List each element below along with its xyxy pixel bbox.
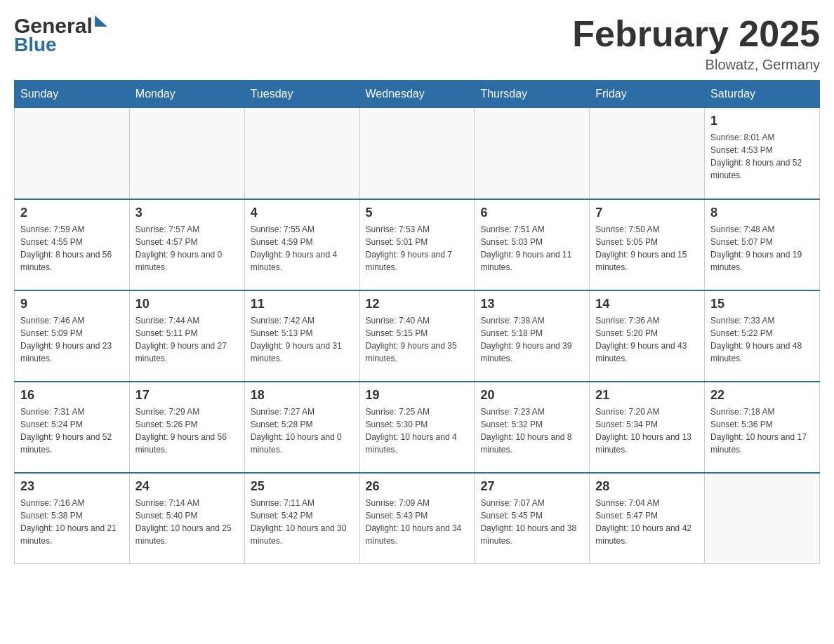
calendar-cell: 20Sunrise: 7:23 AMSunset: 5:32 PMDayligh… bbox=[475, 382, 590, 473]
day-info: Sunrise: 7:36 AMSunset: 5:20 PMDaylight:… bbox=[595, 314, 699, 365]
calendar-cell: 7Sunrise: 7:50 AMSunset: 5:05 PMDaylight… bbox=[590, 199, 705, 290]
calendar-week-row: 23Sunrise: 7:16 AMSunset: 5:38 PMDayligh… bbox=[15, 473, 820, 564]
day-number: 7 bbox=[595, 206, 699, 220]
calendar-cell: 26Sunrise: 7:09 AMSunset: 5:43 PMDayligh… bbox=[359, 473, 475, 564]
calendar-cell: 17Sunrise: 7:29 AMSunset: 5:26 PMDayligh… bbox=[129, 382, 244, 473]
weekday-header-saturday: Saturday bbox=[705, 81, 820, 108]
day-info: Sunrise: 7:23 AMSunset: 5:32 PMDaylight:… bbox=[480, 405, 583, 456]
day-number: 9 bbox=[20, 297, 124, 311]
calendar-cell bbox=[590, 108, 705, 199]
calendar-cell: 13Sunrise: 7:38 AMSunset: 5:18 PMDayligh… bbox=[475, 290, 590, 382]
day-number: 22 bbox=[710, 388, 814, 403]
day-number: 4 bbox=[251, 206, 354, 220]
day-number: 15 bbox=[710, 297, 814, 311]
calendar-cell: 6Sunrise: 7:51 AMSunset: 5:03 PMDaylight… bbox=[475, 199, 590, 290]
calendar-cell: 15Sunrise: 7:33 AMSunset: 5:22 PMDayligh… bbox=[705, 290, 820, 382]
day-info: Sunrise: 7:40 AMSunset: 5:15 PMDaylight:… bbox=[366, 314, 469, 365]
calendar-cell: 24Sunrise: 7:14 AMSunset: 5:40 PMDayligh… bbox=[129, 473, 244, 564]
calendar-cell: 5Sunrise: 7:53 AMSunset: 5:01 PMDaylight… bbox=[359, 199, 475, 290]
weekday-header-monday: Monday bbox=[129, 81, 244, 108]
day-info: Sunrise: 7:33 AMSunset: 5:22 PMDaylight:… bbox=[710, 314, 814, 365]
day-number: 13 bbox=[480, 297, 583, 311]
calendar-cell: 14Sunrise: 7:36 AMSunset: 5:20 PMDayligh… bbox=[590, 290, 705, 382]
calendar-cell: 19Sunrise: 7:25 AMSunset: 5:30 PMDayligh… bbox=[359, 382, 475, 473]
logo: General Blue bbox=[14, 14, 107, 56]
day-info: Sunrise: 7:50 AMSunset: 5:05 PMDaylight:… bbox=[595, 223, 699, 274]
day-info: Sunrise: 7:57 AMSunset: 4:57 PMDaylight:… bbox=[135, 223, 239, 274]
day-info: Sunrise: 7:29 AMSunset: 5:26 PMDaylight:… bbox=[135, 405, 239, 456]
day-info: Sunrise: 7:48 AMSunset: 5:07 PMDaylight:… bbox=[710, 223, 814, 274]
day-info: Sunrise: 7:59 AMSunset: 4:55 PMDaylight:… bbox=[20, 223, 124, 274]
calendar-cell: 16Sunrise: 7:31 AMSunset: 5:24 PMDayligh… bbox=[15, 382, 130, 473]
day-number: 23 bbox=[20, 479, 124, 494]
day-info: Sunrise: 8:01 AMSunset: 4:53 PMDaylight:… bbox=[710, 131, 814, 182]
calendar-table: SundayMondayTuesdayWednesdayThursdayFrid… bbox=[14, 80, 820, 564]
day-info: Sunrise: 7:42 AMSunset: 5:13 PMDaylight:… bbox=[251, 314, 354, 365]
calendar-cell: 12Sunrise: 7:40 AMSunset: 5:15 PMDayligh… bbox=[359, 290, 475, 382]
day-info: Sunrise: 7:31 AMSunset: 5:24 PMDaylight:… bbox=[20, 405, 124, 456]
logo-blue-text: Blue bbox=[14, 34, 57, 56]
calendar-week-row: 2Sunrise: 7:59 AMSunset: 4:55 PMDaylight… bbox=[15, 199, 820, 290]
day-number: 16 bbox=[20, 388, 124, 403]
title-section: February 2025 Blowatz, Germany bbox=[572, 14, 820, 73]
calendar-cell: 23Sunrise: 7:16 AMSunset: 5:38 PMDayligh… bbox=[15, 473, 130, 564]
calendar-cell: 18Sunrise: 7:27 AMSunset: 5:28 PMDayligh… bbox=[244, 382, 359, 473]
day-number: 1 bbox=[710, 114, 814, 128]
location-text: Blowatz, Germany bbox=[572, 57, 820, 73]
calendar-week-row: 1Sunrise: 8:01 AMSunset: 4:53 PMDaylight… bbox=[15, 108, 820, 199]
day-number: 18 bbox=[251, 388, 354, 403]
calendar-cell: 21Sunrise: 7:20 AMSunset: 5:34 PMDayligh… bbox=[590, 382, 705, 473]
calendar-cell: 4Sunrise: 7:55 AMSunset: 4:59 PMDaylight… bbox=[244, 199, 359, 290]
day-number: 5 bbox=[366, 206, 469, 220]
day-info: Sunrise: 7:11 AMSunset: 5:42 PMDaylight:… bbox=[251, 497, 354, 547]
calendar-cell bbox=[129, 108, 244, 199]
weekday-header-thursday: Thursday bbox=[475, 81, 590, 108]
calendar-cell bbox=[705, 473, 820, 564]
day-info: Sunrise: 7:51 AMSunset: 5:03 PMDaylight:… bbox=[480, 223, 583, 274]
day-number: 19 bbox=[366, 388, 469, 403]
day-number: 8 bbox=[710, 206, 814, 220]
calendar-cell bbox=[475, 108, 590, 199]
day-number: 28 bbox=[595, 479, 699, 494]
calendar-cell bbox=[244, 108, 359, 199]
day-number: 17 bbox=[135, 388, 239, 403]
calendar-cell: 27Sunrise: 7:07 AMSunset: 5:45 PMDayligh… bbox=[475, 473, 590, 564]
calendar-cell: 1Sunrise: 8:01 AMSunset: 4:53 PMDaylight… bbox=[705, 108, 820, 199]
day-number: 2 bbox=[20, 206, 124, 220]
weekday-header-wednesday: Wednesday bbox=[359, 81, 475, 108]
weekday-header-sunday: Sunday bbox=[15, 81, 130, 108]
calendar-cell: 28Sunrise: 7:04 AMSunset: 5:47 PMDayligh… bbox=[590, 473, 705, 564]
day-number: 11 bbox=[251, 297, 354, 311]
weekday-header-row: SundayMondayTuesdayWednesdayThursdayFrid… bbox=[15, 81, 820, 108]
logo-arrow-icon bbox=[95, 15, 107, 27]
calendar-cell: 25Sunrise: 7:11 AMSunset: 5:42 PMDayligh… bbox=[244, 473, 359, 564]
calendar-cell: 9Sunrise: 7:46 AMSunset: 5:09 PMDaylight… bbox=[15, 290, 130, 382]
calendar-cell: 2Sunrise: 7:59 AMSunset: 4:55 PMDaylight… bbox=[15, 199, 130, 290]
calendar-cell bbox=[359, 108, 475, 199]
day-number: 3 bbox=[135, 206, 239, 220]
calendar-week-row: 16Sunrise: 7:31 AMSunset: 5:24 PMDayligh… bbox=[15, 382, 820, 473]
calendar-cell: 10Sunrise: 7:44 AMSunset: 5:11 PMDayligh… bbox=[129, 290, 244, 382]
calendar-cell: 11Sunrise: 7:42 AMSunset: 5:13 PMDayligh… bbox=[244, 290, 359, 382]
day-info: Sunrise: 7:53 AMSunset: 5:01 PMDaylight:… bbox=[366, 223, 469, 274]
weekday-header-friday: Friday bbox=[590, 81, 705, 108]
day-number: 20 bbox=[480, 388, 583, 403]
day-info: Sunrise: 7:09 AMSunset: 5:43 PMDaylight:… bbox=[366, 497, 469, 547]
day-info: Sunrise: 7:18 AMSunset: 5:36 PMDaylight:… bbox=[710, 405, 814, 456]
day-info: Sunrise: 7:07 AMSunset: 5:45 PMDaylight:… bbox=[480, 497, 583, 547]
day-number: 14 bbox=[595, 297, 699, 311]
day-info: Sunrise: 7:20 AMSunset: 5:34 PMDaylight:… bbox=[595, 405, 699, 456]
page-header: General Blue February 2025 Blowatz, Germ… bbox=[14, 14, 820, 73]
day-number: 27 bbox=[480, 479, 583, 494]
day-info: Sunrise: 7:46 AMSunset: 5:09 PMDaylight:… bbox=[20, 314, 124, 365]
calendar-cell bbox=[15, 108, 130, 199]
calendar-cell: 22Sunrise: 7:18 AMSunset: 5:36 PMDayligh… bbox=[705, 382, 820, 473]
day-number: 24 bbox=[135, 479, 239, 494]
calendar-cell: 3Sunrise: 7:57 AMSunset: 4:57 PMDaylight… bbox=[129, 199, 244, 290]
day-number: 26 bbox=[366, 479, 469, 494]
day-number: 12 bbox=[366, 297, 469, 311]
day-info: Sunrise: 7:44 AMSunset: 5:11 PMDaylight:… bbox=[135, 314, 239, 365]
day-info: Sunrise: 7:04 AMSunset: 5:47 PMDaylight:… bbox=[595, 497, 699, 547]
day-info: Sunrise: 7:27 AMSunset: 5:28 PMDaylight:… bbox=[251, 405, 354, 456]
day-info: Sunrise: 7:55 AMSunset: 4:59 PMDaylight:… bbox=[251, 223, 354, 274]
